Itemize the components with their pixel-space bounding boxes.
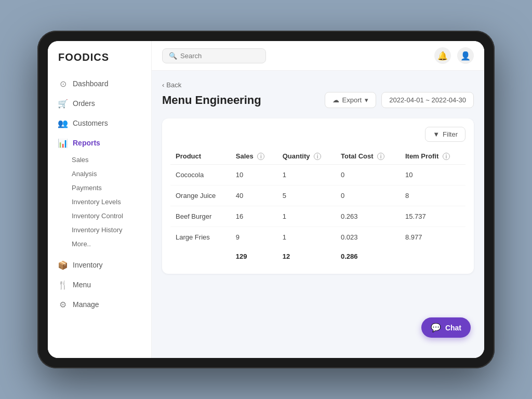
cell-total-cost: 0 — [336, 185, 400, 206]
cell-sales: 10 — [231, 165, 277, 185]
sidebar-item-dashboard[interactable]: ⊙ Dashboard — [48, 74, 151, 94]
item-profit-info-icon[interactable]: i — [443, 153, 450, 160]
cell-item-profit: 8.977 — [400, 227, 466, 248]
col-product: Product — [170, 148, 231, 165]
cell-quantity: 1 — [277, 206, 336, 227]
cell-total-cost: 0 — [336, 165, 400, 185]
sidebar-sub-inventory-history[interactable]: Inventory History — [48, 223, 151, 237]
page-header: Menu Engineering ☁ Export ▾ 2022-04-01 ~… — [162, 92, 474, 108]
topbar: 🔍 🔔 👤 — [152, 41, 484, 71]
cell-product: Cococola — [170, 165, 231, 185]
cell-item-profit: 15.737 — [400, 206, 466, 227]
back-chevron-icon: ‹ — [162, 81, 164, 89]
table-footer-row: 129 12 0.286 — [170, 247, 466, 265]
cell-quantity: 1 — [277, 227, 336, 248]
chat-label: Chat — [445, 324, 461, 332]
date-range-button[interactable]: 2022-04-01 ~ 2022-04-30 — [381, 92, 474, 108]
sidebar-label-customers: Customers — [73, 119, 108, 127]
col-sales: Sales i — [231, 148, 277, 165]
main-content: 🔍 🔔 👤 ‹ Back Menu Engineering — [152, 41, 484, 358]
sidebar-label-dashboard: Dashboard — [73, 79, 109, 88]
col-total-cost: Total Cost i — [336, 148, 400, 165]
sidebar-sub-inventory-control[interactable]: Inventory Control — [48, 209, 151, 223]
table-card: ▼ Filter Product Sales i — [162, 118, 474, 274]
user-avatar[interactable]: 👤 — [457, 47, 474, 64]
cell-quantity: 1 — [277, 165, 336, 185]
cell-product: Large Fries — [170, 227, 231, 248]
topbar-icons: 🔔 👤 — [434, 47, 474, 64]
sidebar-sub-analysis[interactable]: Analysis — [48, 167, 151, 181]
table-row: Cococola 10 1 0 10 — [170, 165, 466, 185]
table-row: Beef Burger 16 1 0.263 15.737 — [170, 206, 466, 227]
cloud-icon: ☁ — [332, 96, 339, 104]
footer-item-profit — [400, 247, 466, 265]
menu-icon: 🍴 — [58, 280, 68, 289]
cell-sales: 40 — [231, 185, 277, 206]
table-row: Orange Juice 40 5 0 8 — [170, 185, 466, 206]
sidebar-item-customers[interactable]: 👥 Customers — [48, 113, 151, 133]
back-link[interactable]: ‹ Back — [162, 81, 474, 89]
table-row: Large Fries 9 1 0.023 8.977 — [170, 227, 466, 248]
chevron-down-icon: ▾ — [365, 96, 368, 104]
filter-button[interactable]: ▼ Filter — [425, 127, 466, 142]
back-label: Back — [166, 81, 181, 89]
dashboard-icon: ⊙ — [58, 79, 68, 88]
sidebar-label-manage: Manage — [73, 300, 99, 309]
footer-sales: 129 — [231, 247, 277, 265]
orders-icon: 🛒 — [58, 99, 68, 108]
search-input[interactable] — [180, 52, 259, 60]
total-cost-info-icon[interactable]: i — [377, 153, 384, 160]
sidebar-item-reports[interactable]: 📊 Reports — [48, 133, 151, 153]
app-logo: FOODICS — [48, 51, 151, 74]
sidebar-label-menu: Menu — [73, 281, 91, 289]
sidebar-sub-inventory-levels[interactable]: Inventory Levels — [48, 195, 151, 209]
sales-info-icon[interactable]: i — [257, 153, 264, 160]
sidebar-label-inventory: Inventory — [73, 261, 103, 269]
content-area: ‹ Back Menu Engineering ☁ Export ▾ 2022-… — [152, 71, 484, 358]
sidebar-item-menu[interactable]: 🍴 Menu — [48, 275, 151, 295]
page-title: Menu Engineering — [162, 94, 261, 107]
filter-icon: ▼ — [433, 130, 440, 138]
col-item-profit: Item Profit i — [400, 148, 466, 165]
footer-product — [170, 247, 231, 265]
filter-label: Filter — [443, 130, 458, 138]
col-quantity: Quantity i — [277, 148, 336, 165]
header-actions: ☁ Export ▾ 2022-04-01 ~ 2022-04-30 — [325, 92, 474, 108]
notification-icon[interactable]: 🔔 — [434, 47, 451, 64]
inventory-icon: 📦 — [58, 260, 68, 270]
sidebar-sub-payments[interactable]: Payments — [48, 181, 151, 195]
table-header-row: Product Sales i Quantity i — [170, 148, 466, 165]
filter-row: ▼ Filter — [170, 127, 466, 142]
reports-icon: 📊 — [58, 138, 68, 148]
sidebar-label-reports: Reports — [73, 139, 100, 147]
date-range-label: 2022-04-01 ~ 2022-04-30 — [389, 96, 466, 104]
table-body: Cococola 10 1 0 10 Orange Juice 40 5 0 8… — [170, 165, 466, 248]
tablet-screen: FOODICS ⊙ Dashboard 🛒 Orders 👥 Customers… — [48, 41, 484, 358]
search-box[interactable]: 🔍 — [162, 48, 266, 63]
cell-quantity: 5 — [277, 185, 336, 206]
chat-icon: 💬 — [431, 323, 441, 332]
cell-product: Orange Juice — [170, 185, 231, 206]
sidebar-label-orders: Orders — [73, 99, 95, 108]
quantity-info-icon[interactable]: i — [314, 153, 321, 160]
customers-icon: 👥 — [58, 118, 68, 128]
cell-item-profit: 8 — [400, 185, 466, 206]
manage-icon: ⚙ — [58, 300, 68, 309]
cell-item-profit: 10 — [400, 165, 466, 185]
cell-sales: 16 — [231, 206, 277, 227]
search-icon: 🔍 — [169, 52, 177, 60]
cell-sales: 9 — [231, 227, 277, 248]
footer-total-cost: 0.286 — [336, 247, 400, 265]
sidebar-item-manage[interactable]: ⚙ Manage — [48, 295, 151, 314]
export-button[interactable]: ☁ Export ▾ — [325, 92, 377, 108]
sidebar-item-orders[interactable]: 🛒 Orders — [48, 94, 151, 113]
export-label: Export — [342, 96, 362, 104]
cell-product: Beef Burger — [170, 206, 231, 227]
cell-total-cost: 0.023 — [336, 227, 400, 248]
cell-total-cost: 0.263 — [336, 206, 400, 227]
chat-button[interactable]: 💬 Chat — [421, 317, 471, 338]
data-table: Product Sales i Quantity i — [170, 148, 466, 265]
sidebar-item-inventory[interactable]: 📦 Inventory — [48, 255, 151, 275]
sidebar-sub-more[interactable]: More.. — [48, 237, 151, 251]
sidebar-sub-sales[interactable]: Sales — [48, 153, 151, 167]
